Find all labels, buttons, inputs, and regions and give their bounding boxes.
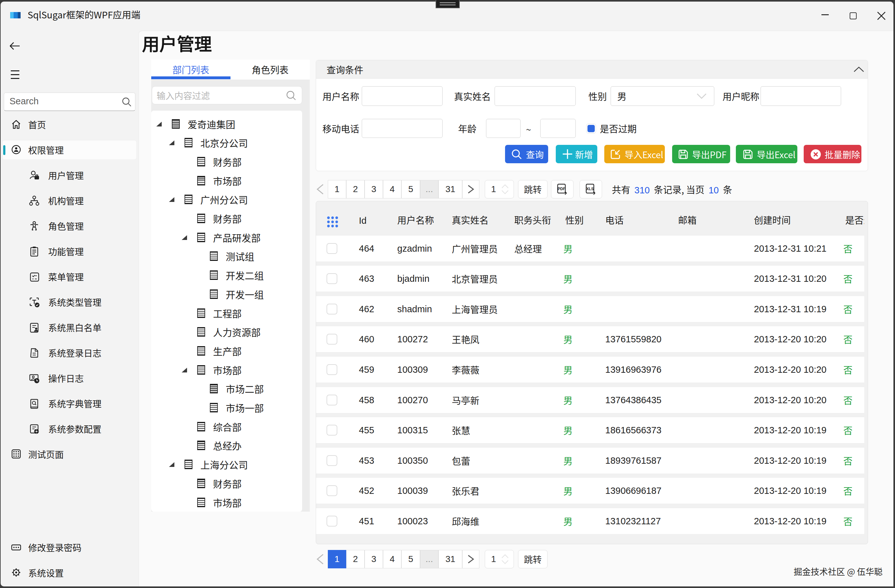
svg-text:PDF: PDF: [558, 187, 565, 191]
svg-text:XLS: XLS: [586, 187, 593, 191]
